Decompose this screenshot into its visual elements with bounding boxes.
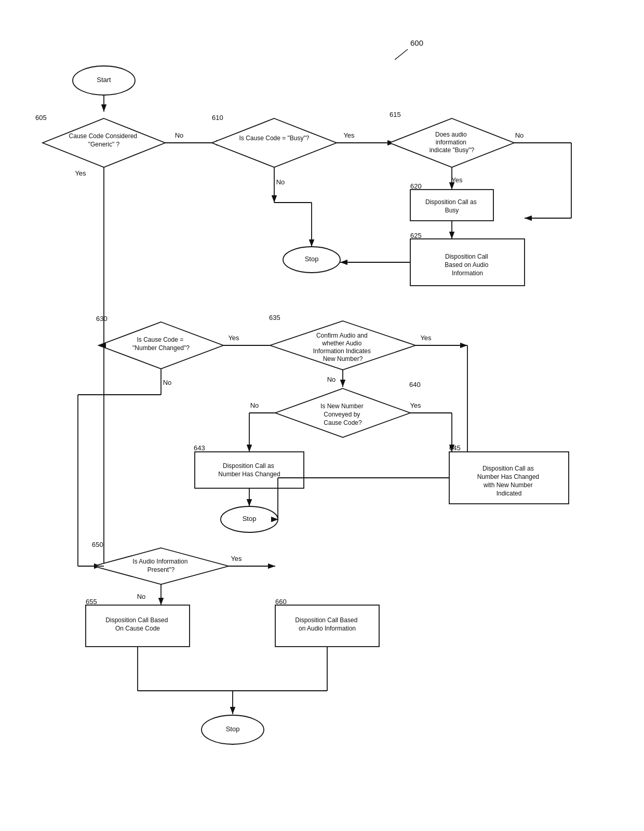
start-label: Start (97, 76, 111, 84)
label-no-630: No (163, 379, 172, 386)
stop-3-label: Stop (226, 725, 240, 733)
label-no-610: No (276, 178, 285, 186)
label-yes-650: Yes (231, 555, 242, 562)
label-no-650: No (137, 593, 146, 600)
ref-625: 625 (410, 232, 422, 239)
label-610: Is Cause Code = "Busy"? (239, 135, 310, 142)
node-643 (195, 452, 304, 488)
svg-line-1 (395, 49, 408, 60)
ref-650: 650 (92, 541, 103, 548)
ref-630: 630 (96, 315, 108, 323)
ref-635: 635 (269, 314, 280, 321)
label-yes-630: Yes (228, 334, 239, 342)
label-yes-610: Yes (343, 131, 355, 139)
label-no-615: No (515, 131, 524, 139)
label-yes-640: Yes (410, 401, 421, 409)
ref-615: 615 (390, 111, 401, 118)
label-no-605-610: No (175, 131, 184, 139)
label-640: Is New Number Conveyed by Cause Code? (320, 403, 365, 426)
label-615: Does audio information indicate "Busy"? (430, 131, 475, 154)
label-no-635: No (327, 376, 336, 383)
label-yes-635: Yes (420, 334, 432, 342)
ref-660: 660 (275, 598, 287, 606)
ref-655: 655 (86, 598, 97, 606)
ref-645: 645 (449, 444, 461, 452)
label-yes-615: Yes (451, 176, 463, 184)
diagram-title: 600 (410, 38, 423, 47)
ref-610: 610 (212, 114, 223, 122)
ref-640: 640 (409, 381, 421, 388)
label-yes-605: Yes (75, 169, 86, 177)
stop-1-label: Stop (305, 255, 319, 263)
label-no-640: No (250, 401, 259, 409)
ref-605: 605 (35, 114, 47, 122)
ref-643: 643 (194, 444, 205, 452)
ref-620: 620 (410, 182, 422, 190)
stop-2-label: Stop (243, 515, 257, 522)
node-610 (212, 118, 337, 167)
